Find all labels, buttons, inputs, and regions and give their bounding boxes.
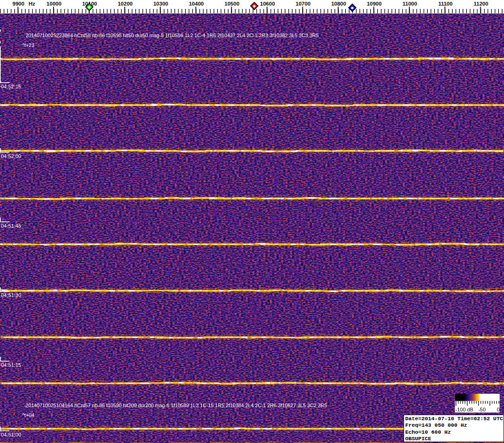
svg-text:10700: 10700 <box>296 1 311 7</box>
svg-text:10400: 10400 <box>189 1 204 7</box>
svg-text:-50: -50 <box>478 407 486 412</box>
svg-text:10500: 10500 <box>225 1 239 7</box>
svg-text:Hz: Hz <box>29 1 35 7</box>
svg-text:0: 0 <box>497 407 499 412</box>
svg-text:10200: 10200 <box>118 1 133 7</box>
svg-text:11200: 11200 <box>474 1 488 7</box>
svg-text:10800: 10800 <box>331 1 346 7</box>
svg-text:11100: 11100 <box>438 1 453 7</box>
svg-text:11000: 11000 <box>403 1 417 7</box>
svg-text:-100 dB: -100 dB <box>456 407 474 412</box>
svg-text:10900: 10900 <box>367 1 382 7</box>
svg-text:9900: 9900 <box>13 1 25 7</box>
svg-text:10300: 10300 <box>153 1 168 7</box>
svg-text:10600: 10600 <box>260 1 275 7</box>
svg-text:10000: 10000 <box>46 1 61 7</box>
